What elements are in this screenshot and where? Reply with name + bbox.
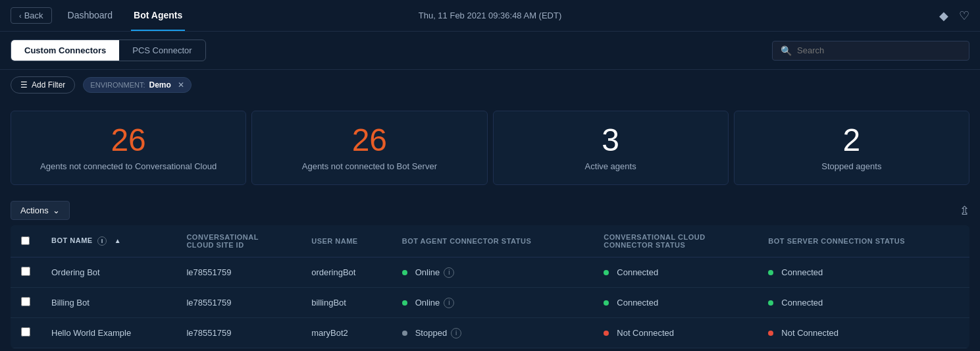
actions-label: Actions bbox=[20, 205, 49, 215]
stat-label-active: Active agents bbox=[507, 161, 715, 171]
bot-agent-status-label: Online bbox=[415, 267, 440, 277]
bot-name-cell: Ordering Bot bbox=[41, 257, 176, 288]
info-icon: i bbox=[97, 236, 107, 246]
row-checkbox-cell bbox=[11, 318, 41, 348]
add-filter-button[interactable]: ☰ Add Filter bbox=[11, 76, 75, 94]
filter-env-label: ENVIRONMENT: bbox=[90, 81, 145, 89]
tab-pcs-connector[interactable]: PCS Connector bbox=[119, 40, 205, 61]
tabs-row: Custom Connectors PCS Connector 🔍 bbox=[0, 32, 980, 70]
cloud-connector-dot bbox=[604, 331, 609, 336]
row-checkbox[interactable] bbox=[21, 267, 30, 276]
stat-number-bot: 26 bbox=[265, 124, 473, 156]
bot-server-dot bbox=[768, 300, 773, 306]
header-bot-agent-status: BOT AGENT CONNECTOR STATUS bbox=[392, 225, 594, 257]
bot-agent-info-icon[interactable]: i bbox=[451, 328, 461, 338]
filter-row: ☰ Add Filter ENVIRONMENT: Demo ✕ bbox=[0, 70, 980, 100]
actions-button[interactable]: Actions ⌄ bbox=[11, 201, 70, 220]
stat-active-agents: 3 Active agents bbox=[493, 111, 729, 185]
bot-agent-info-icon[interactable]: i bbox=[444, 267, 454, 278]
row-checkbox[interactable] bbox=[21, 297, 30, 306]
table-header-row: BOT NAME i ▲ CONVERSATIONALCLOUD SITE ID… bbox=[11, 225, 969, 257]
table-container: BOT NAME i ▲ CONVERSATIONALCLOUD SITE ID… bbox=[0, 225, 980, 351]
search-icon: 🔍 bbox=[781, 45, 792, 56]
nav-dashboard[interactable]: Dashboard bbox=[65, 1, 116, 31]
cloud-site-id-cell: le78551759 bbox=[176, 257, 301, 288]
back-button[interactable]: ‹ Back bbox=[11, 7, 52, 24]
row-checkbox-cell bbox=[11, 257, 41, 288]
stats-row: 26 Agents not connected to Conversationa… bbox=[0, 100, 980, 196]
row-checkbox[interactable] bbox=[21, 327, 30, 337]
bot-server-status-cell: Connected bbox=[758, 288, 969, 318]
stat-label-stopped: Stopped agents bbox=[748, 161, 956, 171]
header-cloud-site-id: CONVERSATIONALCLOUD SITE ID bbox=[176, 225, 301, 257]
bot-server-label: Connected bbox=[781, 267, 823, 277]
export-icon[interactable]: ⇫ bbox=[960, 203, 969, 218]
header-bot-name[interactable]: BOT NAME i ▲ bbox=[41, 225, 176, 257]
stat-not-connected-cloud: 26 Agents not connected to Conversationa… bbox=[11, 111, 246, 185]
cloud-connector-label: Connected bbox=[617, 267, 658, 277]
bot-agent-status-cell: Online i bbox=[392, 257, 594, 288]
cloud-connector-dot bbox=[604, 300, 609, 306]
add-filter-label: Add Filter bbox=[32, 80, 65, 90]
nav-links: Dashboard Bot Agents bbox=[65, 1, 186, 31]
bot-agent-info-icon[interactable]: i bbox=[444, 298, 454, 308]
environment-filter-tag: ENVIRONMENT: Demo ✕ bbox=[83, 77, 191, 93]
user-name-cell: maryBot2 bbox=[301, 318, 392, 348]
actions-row: Actions ⌄ ⇫ bbox=[0, 196, 980, 225]
user-name-cell: billingBot bbox=[301, 288, 392, 318]
chevron-down-icon: ⌄ bbox=[53, 205, 60, 215]
table-body: Ordering Bot le78551759 orderingBot Onli… bbox=[11, 257, 969, 348]
header-bot-server-status: BOT SERVER CONNECTION STATUS bbox=[758, 225, 969, 257]
cloud-connector-status-cell: Connected bbox=[593, 257, 758, 288]
shield-icon[interactable]: ◆ bbox=[939, 9, 948, 23]
stat-not-connected-bot: 26 Agents not connected to Bot Server bbox=[251, 111, 487, 185]
table-row: Ordering Bot le78551759 orderingBot Onli… bbox=[11, 257, 969, 288]
table-row: Hello World Example le78551759 maryBot2 … bbox=[11, 318, 969, 348]
filter-env-value: Demo bbox=[149, 80, 170, 90]
stat-number-cloud: 26 bbox=[24, 124, 232, 156]
table-row: Billing Bot le78551759 billingBot Online… bbox=[11, 288, 969, 318]
tab-custom-connectors[interactable]: Custom Connectors bbox=[11, 40, 119, 61]
bot-server-status-cell: Not Connected bbox=[758, 318, 969, 348]
bot-agent-status-label: Stopped bbox=[415, 328, 447, 338]
filter-remove-button[interactable]: ✕ bbox=[178, 80, 184, 90]
bot-agent-status-cell: Online i bbox=[392, 288, 594, 318]
search-box: 🔍 bbox=[772, 41, 969, 61]
back-label: Back bbox=[24, 11, 43, 20]
cloud-connector-dot bbox=[604, 270, 609, 275]
bot-agent-status-dot bbox=[402, 270, 407, 275]
header-user-name: USER NAME bbox=[301, 225, 392, 257]
stat-label-cloud: Agents not connected to Conversational C… bbox=[24, 161, 232, 171]
bot-server-status-cell: Connected bbox=[758, 257, 969, 288]
agents-table: BOT NAME i ▲ CONVERSATIONALCLOUD SITE ID… bbox=[11, 225, 969, 348]
stat-number-stopped: 2 bbox=[748, 124, 956, 156]
bot-server-dot bbox=[768, 270, 773, 275]
search-input[interactable] bbox=[797, 45, 961, 55]
back-arrow-icon: ‹ bbox=[19, 12, 22, 20]
select-all-checkbox[interactable] bbox=[21, 236, 30, 245]
stat-stopped-agents: 2 Stopped agents bbox=[734, 111, 969, 185]
bot-agent-status-dot bbox=[402, 300, 407, 306]
notification-icon[interactable]: ♡ bbox=[959, 9, 969, 23]
cloud-connector-label: Not Connected bbox=[617, 328, 674, 338]
sort-asc-icon: ▲ bbox=[115, 237, 121, 244]
filter-icon: ☰ bbox=[20, 80, 28, 90]
top-navigation: ‹ Back Dashboard Bot Agents Thu, 11 Feb … bbox=[0, 0, 980, 32]
stat-number-active: 3 bbox=[507, 124, 715, 156]
cloud-connector-status-cell: Not Connected bbox=[593, 318, 758, 348]
nav-bot-agents[interactable]: Bot Agents bbox=[131, 1, 185, 31]
bot-agent-status-dot bbox=[402, 331, 407, 336]
cloud-site-id-cell: le78551759 bbox=[176, 288, 301, 318]
user-name-cell: orderingBot bbox=[301, 257, 392, 288]
cloud-connector-status-cell: Connected bbox=[593, 288, 758, 318]
bot-name-cell: Billing Bot bbox=[41, 288, 176, 318]
header-select-all bbox=[11, 225, 41, 257]
stat-label-bot: Agents not connected to Bot Server bbox=[265, 161, 473, 171]
bot-agent-status-label: Online bbox=[415, 298, 440, 308]
datetime-display: Thu, 11 Feb 2021 09:36:48 AM (EDT) bbox=[419, 11, 562, 20]
connector-tabs: Custom Connectors PCS Connector bbox=[11, 40, 206, 61]
cloud-connector-label: Connected bbox=[617, 298, 658, 308]
bot-server-label: Not Connected bbox=[781, 328, 838, 338]
row-checkbox-cell bbox=[11, 288, 41, 318]
bot-server-label: Connected bbox=[781, 298, 823, 308]
